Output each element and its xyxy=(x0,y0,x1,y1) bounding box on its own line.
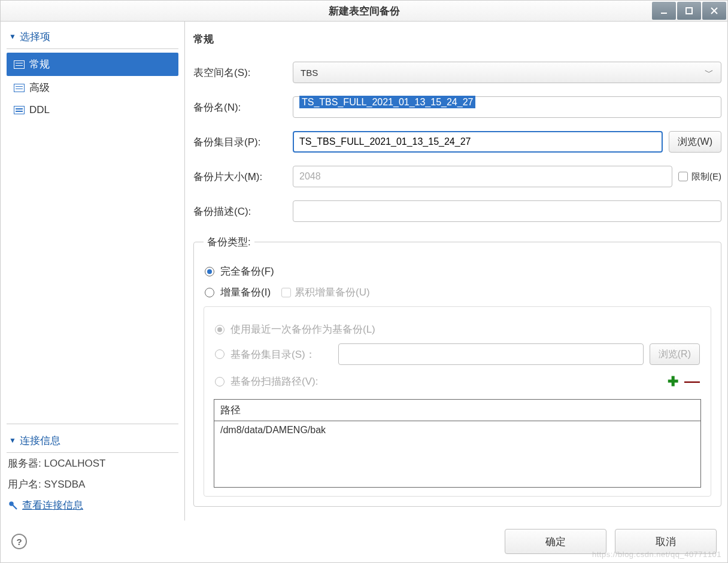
sidebar-item-general[interactable]: 常规 xyxy=(7,53,178,76)
backup-dir-input[interactable] xyxy=(293,131,663,153)
sidebar-item-label: DDL xyxy=(29,104,50,116)
full-backup-radio[interactable] xyxy=(205,267,214,276)
footer: ? 确定 取消 https://blog.csdn.net/qq_4077110… xyxy=(1,521,727,562)
path-column-header: 路径 xyxy=(214,400,700,421)
browse-w-button[interactable]: 浏览(W) xyxy=(669,131,721,153)
remove-path-icon[interactable]: — xyxy=(684,372,700,391)
piece-size-label: 备份片大小(M): xyxy=(193,170,293,184)
maximize-button[interactable] xyxy=(677,2,701,20)
sidebar: 选择项 常规 高级 DDL 连接信息 服务器: xyxy=(1,22,185,521)
dialog-window: 新建表空间备份 选择项 常规 高级 DDL xyxy=(0,0,728,563)
sidebar-section-connection[interactable]: 连接信息 xyxy=(7,430,178,453)
use-latest-radio xyxy=(215,325,225,334)
backup-name-label: 备份名(N): xyxy=(193,101,293,114)
view-connection-link[interactable]: 查看连接信息 xyxy=(8,498,177,512)
tablespace-value: TBS xyxy=(301,68,318,78)
ok-button[interactable]: 确定 xyxy=(505,529,606,554)
limit-label: 限制(E) xyxy=(691,171,721,182)
sidebar-section-select[interactable]: 选择项 xyxy=(7,26,178,49)
desc-label: 备份描述(C): xyxy=(193,205,293,218)
chevron-down-icon: ﹀ xyxy=(705,67,714,78)
add-path-icon[interactable]: ✚ xyxy=(668,374,678,389)
sidebar-item-advanced[interactable]: 高级 xyxy=(7,76,178,99)
user-label: 用户名: xyxy=(8,479,41,490)
cumulative-checkbox xyxy=(281,288,291,297)
full-backup-label: 完全备份(F) xyxy=(220,264,274,278)
limit-checkbox[interactable] xyxy=(678,172,688,181)
backup-dir-label: 备份集目录(P): xyxy=(193,135,293,149)
backup-type-group: 备份类型: 完全备份(F) 增量备份(I) 累积增量备份(U) 使用最近一次备份… xyxy=(193,235,721,507)
use-latest-label: 使用最近一次备份作为基备份(L) xyxy=(230,322,375,336)
incr-subgroup: 使用最近一次备份作为基备份(L) 基备份集目录(S)： 浏览(R) 基备份扫描路… xyxy=(204,306,711,497)
minimize-button[interactable] xyxy=(652,2,676,20)
window-buttons xyxy=(652,1,727,22)
tablespace-select[interactable]: TBS ﹀ xyxy=(293,62,721,83)
close-button[interactable] xyxy=(702,2,726,20)
plug-icon xyxy=(8,500,19,511)
user-value: SYSDBA xyxy=(44,479,85,490)
backup-type-legend: 备份类型: xyxy=(204,235,254,249)
sidebar-item-label: 常规 xyxy=(29,57,50,71)
piece-size-input xyxy=(293,166,672,187)
page-heading: 常规 xyxy=(193,32,721,46)
tablespace-label: 表空间名(S): xyxy=(193,66,293,80)
title-bar: 新建表空间备份 xyxy=(1,1,727,22)
incr-backup-radio[interactable] xyxy=(205,288,214,297)
help-icon[interactable]: ? xyxy=(11,534,27,549)
browse-r-button: 浏览(R) xyxy=(650,343,700,365)
cumulative-label: 累积增量备份(U) xyxy=(295,285,370,299)
backup-name-input[interactable]: TS_TBS_FULL_2021_01_13_15_24_27 xyxy=(293,96,721,118)
base-dir-label: 基备份集目录(S)： xyxy=(230,348,338,361)
path-table: 路径 /dm8/data/DAMENG/bak xyxy=(214,399,701,488)
connection-panel: 连接信息 服务器: LOCALHOST 用户名: SYSDBA 查看连接信息 xyxy=(7,424,178,516)
server-value: LOCALHOST xyxy=(44,458,105,469)
server-row: 服务器: LOCALHOST xyxy=(7,453,178,474)
main-panel: 常规 表空间名(S): TBS ﹀ 备份名(N): TS_TBS_FULL_20… xyxy=(185,22,727,521)
path-row[interactable]: /dm8/data/DAMENG/bak xyxy=(214,421,700,487)
window-title: 新建表空间备份 xyxy=(329,4,400,18)
scan-path-label: 基备份扫描路径(V): xyxy=(230,375,318,388)
page-icon xyxy=(14,106,25,114)
backup-name-value: TS_TBS_FULL_2021_01_13_15_24_27 xyxy=(299,96,475,108)
incr-backup-label: 增量备份(I) xyxy=(220,285,271,299)
base-dir-input xyxy=(338,343,644,365)
page-icon xyxy=(14,60,25,69)
svg-rect-1 xyxy=(686,8,692,14)
scan-path-radio xyxy=(215,377,225,387)
desc-input[interactable] xyxy=(293,200,721,222)
page-icon xyxy=(14,84,25,92)
server-label: 服务器: xyxy=(8,458,41,469)
base-dir-radio xyxy=(215,349,225,359)
sidebar-item-label: 高级 xyxy=(29,81,50,95)
cancel-button[interactable]: 取消 xyxy=(615,529,717,554)
sidebar-item-ddl[interactable]: DDL xyxy=(7,99,178,121)
user-row: 用户名: SYSDBA xyxy=(7,474,178,495)
